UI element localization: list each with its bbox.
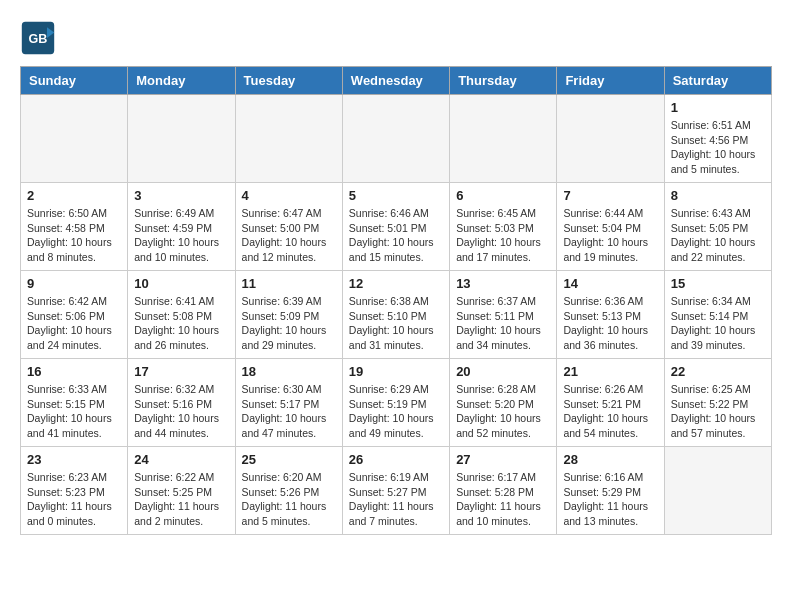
day-number: 19 bbox=[349, 364, 443, 379]
calendar-cell: 14Sunrise: 6:36 AM Sunset: 5:13 PM Dayli… bbox=[557, 271, 664, 359]
svg-text:GB: GB bbox=[29, 32, 48, 46]
calendar-cell: 7Sunrise: 6:44 AM Sunset: 5:04 PM Daylig… bbox=[557, 183, 664, 271]
day-number: 26 bbox=[349, 452, 443, 467]
day-number: 25 bbox=[242, 452, 336, 467]
calendar-cell: 21Sunrise: 6:26 AM Sunset: 5:21 PM Dayli… bbox=[557, 359, 664, 447]
day-info: Sunrise: 6:43 AM Sunset: 5:05 PM Dayligh… bbox=[671, 206, 765, 265]
day-info: Sunrise: 6:30 AM Sunset: 5:17 PM Dayligh… bbox=[242, 382, 336, 441]
calendar-cell: 4Sunrise: 6:47 AM Sunset: 5:00 PM Daylig… bbox=[235, 183, 342, 271]
week-row-5: 23Sunrise: 6:23 AM Sunset: 5:23 PM Dayli… bbox=[21, 447, 772, 535]
calendar-cell bbox=[342, 95, 449, 183]
day-number: 6 bbox=[456, 188, 550, 203]
calendar-cell: 9Sunrise: 6:42 AM Sunset: 5:06 PM Daylig… bbox=[21, 271, 128, 359]
calendar-table: SundayMondayTuesdayWednesdayThursdayFrid… bbox=[20, 66, 772, 535]
day-info: Sunrise: 6:17 AM Sunset: 5:28 PM Dayligh… bbox=[456, 470, 550, 529]
calendar-cell: 22Sunrise: 6:25 AM Sunset: 5:22 PM Dayli… bbox=[664, 359, 771, 447]
day-number: 8 bbox=[671, 188, 765, 203]
day-info: Sunrise: 6:41 AM Sunset: 5:08 PM Dayligh… bbox=[134, 294, 228, 353]
day-number: 12 bbox=[349, 276, 443, 291]
week-row-2: 2Sunrise: 6:50 AM Sunset: 4:58 PM Daylig… bbox=[21, 183, 772, 271]
day-info: Sunrise: 6:26 AM Sunset: 5:21 PM Dayligh… bbox=[563, 382, 657, 441]
day-info: Sunrise: 6:36 AM Sunset: 5:13 PM Dayligh… bbox=[563, 294, 657, 353]
calendar-cell bbox=[21, 95, 128, 183]
calendar-cell: 10Sunrise: 6:41 AM Sunset: 5:08 PM Dayli… bbox=[128, 271, 235, 359]
day-number: 15 bbox=[671, 276, 765, 291]
day-info: Sunrise: 6:16 AM Sunset: 5:29 PM Dayligh… bbox=[563, 470, 657, 529]
day-number: 4 bbox=[242, 188, 336, 203]
weekday-header-sunday: Sunday bbox=[21, 67, 128, 95]
weekday-header-saturday: Saturday bbox=[664, 67, 771, 95]
page-header: GB bbox=[20, 20, 772, 56]
day-info: Sunrise: 6:20 AM Sunset: 5:26 PM Dayligh… bbox=[242, 470, 336, 529]
calendar-cell: 3Sunrise: 6:49 AM Sunset: 4:59 PM Daylig… bbox=[128, 183, 235, 271]
day-number: 27 bbox=[456, 452, 550, 467]
week-row-1: 1Sunrise: 6:51 AM Sunset: 4:56 PM Daylig… bbox=[21, 95, 772, 183]
day-number: 17 bbox=[134, 364, 228, 379]
calendar-cell bbox=[557, 95, 664, 183]
weekday-header-tuesday: Tuesday bbox=[235, 67, 342, 95]
calendar-cell bbox=[128, 95, 235, 183]
day-info: Sunrise: 6:33 AM Sunset: 5:15 PM Dayligh… bbox=[27, 382, 121, 441]
day-info: Sunrise: 6:42 AM Sunset: 5:06 PM Dayligh… bbox=[27, 294, 121, 353]
day-info: Sunrise: 6:22 AM Sunset: 5:25 PM Dayligh… bbox=[134, 470, 228, 529]
day-info: Sunrise: 6:29 AM Sunset: 5:19 PM Dayligh… bbox=[349, 382, 443, 441]
calendar-cell: 23Sunrise: 6:23 AM Sunset: 5:23 PM Dayli… bbox=[21, 447, 128, 535]
calendar-cell: 11Sunrise: 6:39 AM Sunset: 5:09 PM Dayli… bbox=[235, 271, 342, 359]
day-info: Sunrise: 6:25 AM Sunset: 5:22 PM Dayligh… bbox=[671, 382, 765, 441]
day-info: Sunrise: 6:51 AM Sunset: 4:56 PM Dayligh… bbox=[671, 118, 765, 177]
day-number: 10 bbox=[134, 276, 228, 291]
calendar-cell: 18Sunrise: 6:30 AM Sunset: 5:17 PM Dayli… bbox=[235, 359, 342, 447]
weekday-header-friday: Friday bbox=[557, 67, 664, 95]
calendar-cell: 26Sunrise: 6:19 AM Sunset: 5:27 PM Dayli… bbox=[342, 447, 449, 535]
day-info: Sunrise: 6:32 AM Sunset: 5:16 PM Dayligh… bbox=[134, 382, 228, 441]
day-info: Sunrise: 6:37 AM Sunset: 5:11 PM Dayligh… bbox=[456, 294, 550, 353]
day-info: Sunrise: 6:38 AM Sunset: 5:10 PM Dayligh… bbox=[349, 294, 443, 353]
day-number: 7 bbox=[563, 188, 657, 203]
day-info: Sunrise: 6:47 AM Sunset: 5:00 PM Dayligh… bbox=[242, 206, 336, 265]
calendar-cell: 17Sunrise: 6:32 AM Sunset: 5:16 PM Dayli… bbox=[128, 359, 235, 447]
day-number: 3 bbox=[134, 188, 228, 203]
day-number: 1 bbox=[671, 100, 765, 115]
calendar-cell: 28Sunrise: 6:16 AM Sunset: 5:29 PM Dayli… bbox=[557, 447, 664, 535]
weekday-header-wednesday: Wednesday bbox=[342, 67, 449, 95]
calendar-cell bbox=[664, 447, 771, 535]
day-number: 14 bbox=[563, 276, 657, 291]
day-number: 13 bbox=[456, 276, 550, 291]
calendar-cell: 12Sunrise: 6:38 AM Sunset: 5:10 PM Dayli… bbox=[342, 271, 449, 359]
day-info: Sunrise: 6:34 AM Sunset: 5:14 PM Dayligh… bbox=[671, 294, 765, 353]
calendar-cell: 20Sunrise: 6:28 AM Sunset: 5:20 PM Dayli… bbox=[450, 359, 557, 447]
calendar-cell: 19Sunrise: 6:29 AM Sunset: 5:19 PM Dayli… bbox=[342, 359, 449, 447]
calendar-cell bbox=[450, 95, 557, 183]
calendar-cell: 5Sunrise: 6:46 AM Sunset: 5:01 PM Daylig… bbox=[342, 183, 449, 271]
day-number: 16 bbox=[27, 364, 121, 379]
calendar-cell: 2Sunrise: 6:50 AM Sunset: 4:58 PM Daylig… bbox=[21, 183, 128, 271]
day-info: Sunrise: 6:23 AM Sunset: 5:23 PM Dayligh… bbox=[27, 470, 121, 529]
calendar-cell: 13Sunrise: 6:37 AM Sunset: 5:11 PM Dayli… bbox=[450, 271, 557, 359]
day-info: Sunrise: 6:19 AM Sunset: 5:27 PM Dayligh… bbox=[349, 470, 443, 529]
day-info: Sunrise: 6:44 AM Sunset: 5:04 PM Dayligh… bbox=[563, 206, 657, 265]
calendar-header-row: SundayMondayTuesdayWednesdayThursdayFrid… bbox=[21, 67, 772, 95]
day-number: 22 bbox=[671, 364, 765, 379]
day-number: 2 bbox=[27, 188, 121, 203]
calendar-cell: 1Sunrise: 6:51 AM Sunset: 4:56 PM Daylig… bbox=[664, 95, 771, 183]
calendar-cell: 24Sunrise: 6:22 AM Sunset: 5:25 PM Dayli… bbox=[128, 447, 235, 535]
day-number: 28 bbox=[563, 452, 657, 467]
day-number: 21 bbox=[563, 364, 657, 379]
weekday-header-monday: Monday bbox=[128, 67, 235, 95]
day-number: 11 bbox=[242, 276, 336, 291]
week-row-4: 16Sunrise: 6:33 AM Sunset: 5:15 PM Dayli… bbox=[21, 359, 772, 447]
day-info: Sunrise: 6:39 AM Sunset: 5:09 PM Dayligh… bbox=[242, 294, 336, 353]
day-number: 18 bbox=[242, 364, 336, 379]
calendar-cell bbox=[235, 95, 342, 183]
day-number: 24 bbox=[134, 452, 228, 467]
calendar-cell: 6Sunrise: 6:45 AM Sunset: 5:03 PM Daylig… bbox=[450, 183, 557, 271]
day-info: Sunrise: 6:46 AM Sunset: 5:01 PM Dayligh… bbox=[349, 206, 443, 265]
day-number: 20 bbox=[456, 364, 550, 379]
logo: GB bbox=[20, 20, 60, 56]
day-info: Sunrise: 6:45 AM Sunset: 5:03 PM Dayligh… bbox=[456, 206, 550, 265]
calendar-cell: 15Sunrise: 6:34 AM Sunset: 5:14 PM Dayli… bbox=[664, 271, 771, 359]
calendar-cell: 16Sunrise: 6:33 AM Sunset: 5:15 PM Dayli… bbox=[21, 359, 128, 447]
calendar-cell: 25Sunrise: 6:20 AM Sunset: 5:26 PM Dayli… bbox=[235, 447, 342, 535]
day-number: 9 bbox=[27, 276, 121, 291]
day-number: 5 bbox=[349, 188, 443, 203]
